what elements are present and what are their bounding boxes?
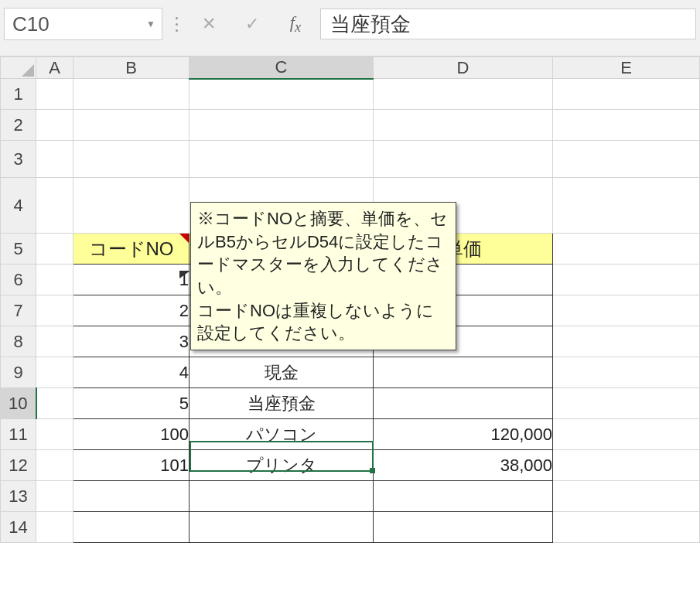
header-code: コードNO: [89, 238, 174, 259]
cell-C1[interactable]: [190, 79, 374, 110]
cell-D9[interactable]: [374, 357, 553, 388]
svg-marker-0: [22, 64, 34, 77]
select-all-corner[interactable]: [1, 57, 36, 79]
cell-E12[interactable]: [553, 450, 700, 481]
cell-B12[interactable]: 101: [73, 450, 190, 481]
cell-E1[interactable]: [553, 79, 700, 110]
cell-A10[interactable]: [36, 388, 73, 419]
cell-E13[interactable]: [553, 481, 700, 512]
col-header-A[interactable]: A: [36, 57, 73, 79]
col-header-D[interactable]: D: [374, 57, 553, 79]
cell-A4[interactable]: [36, 178, 73, 234]
formula-bar: C10 ▼ ✕ ✓ fx: [0, 0, 700, 56]
cell-E14[interactable]: [553, 512, 700, 543]
cell-D14[interactable]: [374, 512, 553, 543]
name-box-value: C10: [12, 12, 50, 36]
row-header-5[interactable]: 5: [1, 234, 36, 265]
cell-A11[interactable]: [36, 419, 73, 450]
cell-comment: ※コードNOと摘要、単価を、セルB5からセルD54に設定したコードマスターを入力…: [190, 202, 456, 350]
cell-B14[interactable]: [73, 512, 190, 543]
cell-C12[interactable]: プリンタ: [190, 450, 374, 481]
row-header-1[interactable]: 1: [1, 79, 36, 110]
cell-D3[interactable]: [374, 141, 553, 178]
cell-E4[interactable]: [553, 178, 700, 234]
fx-icon[interactable]: fx: [277, 8, 314, 40]
row-header-7[interactable]: 7: [1, 295, 36, 326]
cell-C3[interactable]: [190, 141, 374, 178]
cell-B3[interactable]: [73, 141, 190, 178]
row-header-12[interactable]: 12: [1, 450, 36, 481]
row-header-11[interactable]: 11: [1, 419, 36, 450]
row-header-3[interactable]: 3: [1, 141, 36, 178]
cell-A13[interactable]: [36, 481, 73, 512]
cell-B13[interactable]: [73, 481, 190, 512]
cell-C2[interactable]: [190, 110, 374, 141]
name-box[interactable]: C10 ▼: [4, 8, 162, 40]
row-header-9[interactable]: 9: [1, 357, 36, 388]
cell-C10[interactable]: 当座預金: [190, 388, 374, 419]
cell-D1[interactable]: [374, 79, 553, 110]
cell-D10[interactable]: [374, 388, 553, 419]
cell-B5[interactable]: コードNO: [73, 234, 190, 265]
cell-B2[interactable]: [73, 110, 190, 141]
cell-C14[interactable]: [190, 512, 374, 543]
cell-B4[interactable]: [73, 178, 190, 234]
enter-icon: ✓: [234, 8, 271, 40]
cell-E2[interactable]: [553, 110, 700, 141]
col-header-E[interactable]: E: [553, 57, 700, 79]
cell-C11[interactable]: パソコン: [190, 419, 374, 450]
cell-B9[interactable]: 4: [73, 357, 190, 388]
chevron-down-icon[interactable]: ▼: [146, 19, 155, 29]
cell-E9[interactable]: [553, 357, 700, 388]
comment-text: ※コードNOと摘要、単価を、セルB5からセルD54に設定したコードマスターを入力…: [197, 209, 448, 343]
cell-A9[interactable]: [36, 357, 73, 388]
col-header-B[interactable]: B: [73, 57, 190, 79]
cancel-icon: ✕: [190, 8, 227, 40]
cell-A12[interactable]: [36, 450, 73, 481]
spreadsheet: A B C D E 1 2 3 4 5 コードNO 単価 61 72前月繰越 8…: [0, 56, 700, 543]
cell-E5[interactable]: [553, 234, 700, 265]
cell-A6[interactable]: [36, 265, 73, 295]
cell-C13[interactable]: [190, 481, 374, 512]
cell-E7[interactable]: [553, 295, 700, 326]
cell-D11[interactable]: 120,000: [374, 419, 553, 450]
expand-handle[interactable]: [169, 17, 184, 32]
cell-E3[interactable]: [553, 141, 700, 178]
cell-A7[interactable]: [36, 295, 73, 326]
cell-A2[interactable]: [36, 110, 73, 141]
cell-A5[interactable]: [36, 234, 73, 265]
cell-E6[interactable]: [553, 265, 700, 295]
cell-B6[interactable]: 1: [73, 265, 190, 295]
row-header-4[interactable]: 4: [1, 178, 36, 234]
cell-A14[interactable]: [36, 512, 73, 543]
cell-D2[interactable]: [374, 110, 553, 141]
row-header-2[interactable]: 2: [1, 110, 36, 141]
cell-B8[interactable]: 3: [73, 326, 190, 357]
row-header-6[interactable]: 6: [1, 265, 36, 295]
col-header-C[interactable]: C: [190, 57, 374, 79]
row-header-8[interactable]: 8: [1, 326, 36, 357]
cell-D12[interactable]: 38,000: [374, 450, 553, 481]
row-header-10[interactable]: 10: [1, 388, 36, 419]
cell-A1[interactable]: [36, 79, 73, 110]
comment-arrow-icon: [179, 271, 190, 278]
cell-B11[interactable]: 100: [73, 419, 190, 450]
formula-input[interactable]: [320, 9, 696, 39]
cell-E10[interactable]: [553, 388, 700, 419]
comment-indicator-icon[interactable]: [179, 234, 189, 243]
cell-C9[interactable]: 現金: [190, 357, 374, 388]
row-header-13[interactable]: 13: [1, 481, 36, 512]
cell-B1[interactable]: [73, 79, 190, 110]
cell-E11[interactable]: [553, 419, 700, 450]
row-header-14[interactable]: 14: [1, 512, 36, 543]
cell-B7[interactable]: 2: [73, 295, 190, 326]
cell-D13[interactable]: [374, 481, 553, 512]
cell-B10[interactable]: 5: [73, 388, 190, 419]
cell-E8[interactable]: [553, 326, 700, 357]
cell-A8[interactable]: [36, 326, 73, 357]
cell-A3[interactable]: [36, 141, 73, 178]
